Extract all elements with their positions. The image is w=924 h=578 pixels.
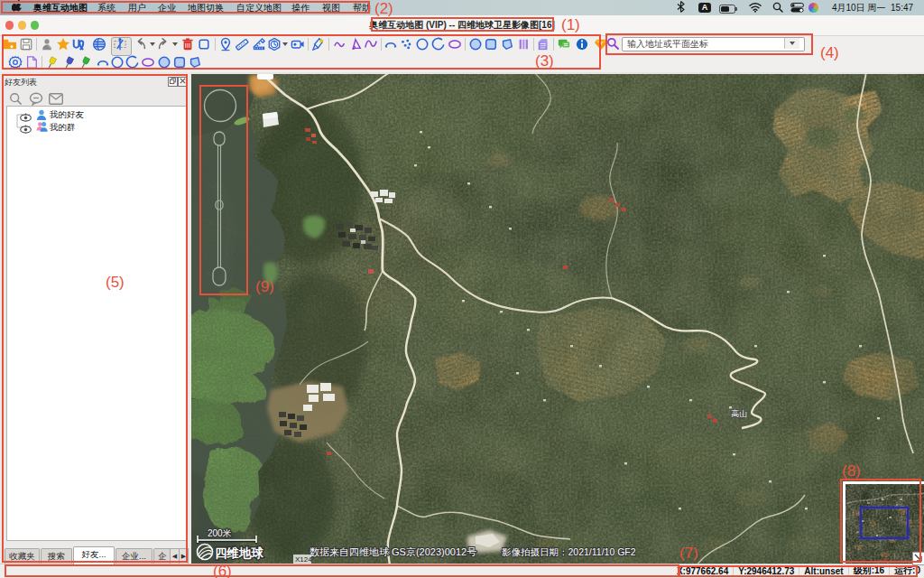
svg-text:200米: 200米 [208,528,232,538]
svg-text:四维地球: 四维地球 [215,546,264,560]
svg-text:影像拍摄日期：2021/11/10 GF2: 影像拍摄日期：2021/11/10 GF2 [502,546,636,557]
svg-text:X124: X124 [295,555,312,564]
svg-text:高山: 高山 [731,409,747,418]
svg-text:数据来自四维地球 GS京(2023)0012号: 数据来自四维地球 GS京(2023)0012号 [310,546,476,557]
